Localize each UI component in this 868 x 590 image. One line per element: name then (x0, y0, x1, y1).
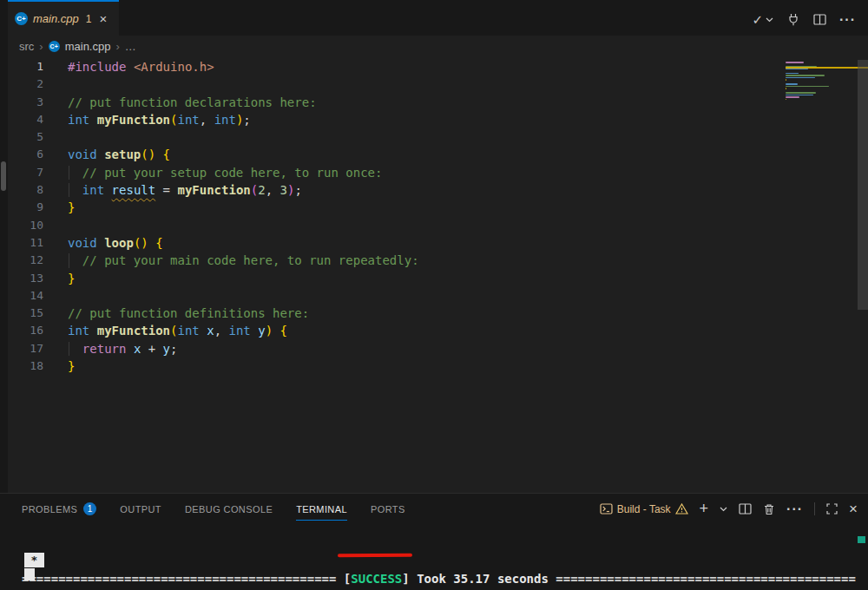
minimap-line (786, 79, 786, 81)
annotation-underline (338, 554, 412, 558)
problems-count-badge: 1 (83, 502, 96, 515)
line-number[interactable]: 17 (8, 340, 43, 357)
code-line[interactable]: 7 // put your setup code here, to run on… (8, 164, 773, 181)
cpp-file-icon: C+ (49, 41, 60, 52)
line-number[interactable]: 5 (8, 128, 43, 146)
line-number[interactable]: 15 (8, 305, 43, 322)
terminal-line-success: ========================================… (22, 571, 856, 587)
line-number[interactable]: 12 (8, 252, 43, 269)
terminal-text: [ (336, 572, 351, 586)
line-number[interactable]: 10 (8, 217, 43, 234)
kill-terminal-button[interactable] (763, 503, 775, 515)
editor-actions: ✓ ··· (752, 0, 868, 36)
code-line[interactable]: 2 (8, 75, 773, 93)
line-number[interactable]: 4 (8, 111, 43, 128)
code-line[interactable]: 6void setup() { (8, 146, 773, 163)
new-terminal-button[interactable]: + (700, 500, 709, 518)
code-line[interactable]: 13} (8, 270, 773, 287)
maximize-panel-button[interactable] (826, 503, 838, 515)
editor-more-actions-button[interactable]: ··· (839, 12, 856, 28)
code-text: } (68, 357, 75, 375)
sidebar-resize-handle[interactable] (1, 161, 6, 191)
line-number[interactable]: 14 (8, 287, 43, 305)
minimap-line (786, 77, 815, 79)
code-line[interactable]: 3// put function declarations here: (8, 94, 773, 111)
terminal-text: ========================================… (556, 572, 856, 586)
tab-output[interactable]: OUTPUT (120, 494, 161, 524)
split-editor-button[interactable] (813, 14, 826, 25)
overview-ruler-warning-marker (786, 67, 868, 69)
breadcrumb-folder[interactable]: src (19, 40, 34, 53)
code-text: int result = myFunction(2, 3); (68, 181, 302, 199)
code-line[interactable]: 18} (8, 357, 773, 375)
code-editor[interactable]: 1#include <Arduino.h>23// put function d… (8, 57, 868, 493)
indent-guide (69, 183, 69, 197)
indent-guide (69, 166, 69, 180)
plus-icon: + (700, 500, 709, 518)
tab-ports[interactable]: PORTS (371, 494, 405, 524)
split-terminal-button[interactable] (739, 503, 752, 515)
tab-problems-label: PROBLEMS (22, 504, 77, 515)
terminal-scrollbar-marker (858, 536, 865, 543)
tab-problems[interactable]: PROBLEMS 1 (22, 494, 96, 524)
terminal-profile-dropdown[interactable] (720, 507, 727, 512)
terminal-more-actions-button[interactable]: ··· (786, 502, 803, 517)
minimap-line (786, 92, 816, 94)
line-number[interactable]: 3 (8, 94, 43, 111)
minimap-line (786, 95, 813, 96)
code-line[interactable]: 14 (8, 287, 773, 305)
plug-icon (786, 13, 800, 27)
code-line[interactable]: 15// put function definitions here: (8, 305, 773, 322)
close-panel-button[interactable]: × (849, 501, 858, 518)
code-lines: 1#include <Arduino.h>23// put function d… (8, 58, 773, 375)
line-number[interactable]: 18 (8, 357, 43, 375)
code-line[interactable]: 17 return x + y; (8, 340, 773, 357)
minimap[interactable] (786, 59, 839, 163)
tab-debug-console[interactable]: DEBUG CONSOLE (185, 494, 273, 524)
code-line[interactable]: 16int myFunction(int x, int y) { (8, 322, 773, 339)
line-number[interactable]: 16 (8, 322, 43, 339)
code-line[interactable]: 10 (8, 217, 773, 234)
code-line[interactable]: 5 (8, 128, 773, 146)
terminal-toolbar: Build - Task + (600, 500, 858, 518)
line-number[interactable]: 9 (8, 199, 43, 216)
code-line[interactable]: 1#include <Arduino.h> (8, 58, 773, 75)
toolbar-divider (814, 502, 815, 515)
code-text: } (68, 270, 75, 287)
minimap-line (786, 62, 804, 63)
breadcrumb-symbol[interactable]: … (125, 40, 136, 53)
breadcrumb-file[interactable]: main.cpp (65, 40, 111, 53)
line-number[interactable]: 11 (8, 234, 43, 252)
serial-monitor-button[interactable] (786, 13, 800, 27)
code-line[interactable]: 11void loop() { (8, 234, 773, 252)
terminal-icon (600, 503, 613, 515)
terminal-output[interactable]: ========================================… (22, 540, 856, 588)
code-line[interactable]: 12 // put your main code here, to run re… (8, 252, 773, 269)
bottom-panel: PROBLEMS 1 OUTPUT DEBUG CONSOLE TERMINAL… (0, 493, 868, 590)
line-number[interactable]: 2 (8, 75, 43, 93)
code-line[interactable]: 8 int result = myFunction(2, 3); (8, 181, 773, 199)
editor-scrollbar[interactable] (858, 60, 868, 310)
line-number[interactable]: 7 (8, 164, 43, 181)
warning-icon (675, 503, 688, 515)
code-text: // put function declarations here: (68, 94, 317, 111)
code-line[interactable]: 4int myFunction(int, int); (8, 111, 773, 128)
line-number[interactable]: 13 (8, 270, 43, 287)
line-number[interactable]: 8 (8, 181, 43, 199)
ellipsis-icon: ··· (839, 12, 856, 28)
vscode-window: { "colors": { "accent": "#0078d4", "modi… (0, 0, 868, 590)
tab-terminal[interactable]: TERMINAL (296, 494, 347, 524)
tab-debug-console-label: DEBUG CONSOLE (185, 504, 273, 515)
build-task-terminal-item[interactable]: Build - Task (600, 503, 688, 515)
tab-close-button[interactable]: × (99, 11, 107, 26)
terminal-text: ] Took 35.17 seconds (402, 572, 556, 586)
code-text: int myFunction(int, int); (68, 111, 251, 128)
split-editor-icon (813, 14, 826, 25)
code-line[interactable]: 9} (8, 199, 773, 216)
line-number[interactable]: 6 (8, 146, 43, 163)
line-number[interactable]: 1 (8, 58, 43, 75)
tab-main-cpp[interactable]: C+ main.cpp 1 × (8, 0, 119, 36)
code-text: } (68, 199, 75, 216)
split-terminal-icon (739, 503, 752, 515)
platformio-build-button[interactable]: ✓ (752, 12, 773, 28)
